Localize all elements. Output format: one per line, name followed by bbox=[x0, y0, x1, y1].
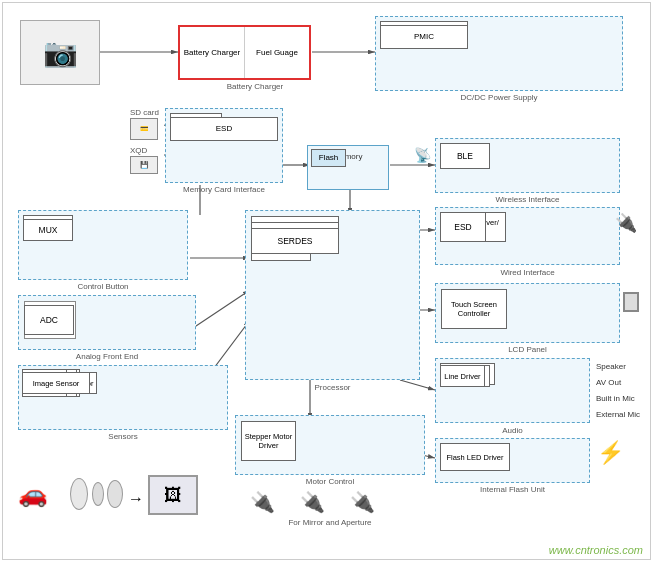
audio-group: Audio Codec Audio DAC Line Driver bbox=[435, 358, 590, 423]
car-icon: 🚗 bbox=[18, 480, 48, 508]
control-group: I/O Expander MCU Logic MUX bbox=[18, 210, 188, 280]
lens-icon3 bbox=[107, 480, 123, 508]
image-sensor-block: Image Sensor bbox=[22, 372, 90, 394]
battery-charger-block: Battery Charger bbox=[180, 27, 245, 78]
flash-group: Flash Charger Flash LED Driver bbox=[435, 438, 590, 483]
lens-icon1 bbox=[70, 478, 88, 510]
mirror-label: For Mirror and Aperture bbox=[235, 518, 425, 527]
processor-group: ASIC Logic Buffer Level Shifter Reset IC… bbox=[245, 210, 420, 380]
usb-icon: 🔌 bbox=[615, 212, 637, 234]
flash-block: Flash bbox=[311, 149, 346, 167]
av-out-label: AV Out bbox=[596, 378, 621, 387]
motor-symbol-1: 🔌 bbox=[250, 490, 275, 514]
line-driver-block: Line Driver bbox=[440, 365, 485, 387]
serdes-block: SERDES bbox=[251, 228, 339, 254]
fuel-gauge-block: Fuel Guage bbox=[245, 27, 309, 78]
lcd-group: LED Back Light Driver Touch Screen Contr… bbox=[435, 283, 620, 343]
esd-mem-block: ESD bbox=[170, 117, 278, 141]
lens-icon2 bbox=[92, 482, 104, 506]
control-label: Control Button bbox=[18, 282, 188, 291]
motor-label: Motor Control bbox=[235, 477, 425, 486]
pmic-block: PMIC bbox=[380, 25, 468, 49]
battery-charger-group: Battery Charger Fuel Guage bbox=[178, 25, 311, 80]
mux-block: MUX bbox=[23, 219, 73, 241]
flash-icon: ⚡ bbox=[597, 440, 624, 466]
audio-label: Audio bbox=[435, 426, 590, 435]
analog-label: Analog Front End bbox=[18, 352, 196, 361]
lcd-label: LCD Panel bbox=[435, 345, 620, 354]
external-mic-label: External Mic bbox=[596, 410, 640, 419]
mem-card-group: Level Shifter Load Switch ESD bbox=[165, 108, 283, 183]
mem-card-label: Memory Card Interface bbox=[165, 185, 283, 194]
photo-frame-icon: 🖼 bbox=[148, 475, 198, 515]
motor-symbol-3: 🔌 bbox=[350, 490, 375, 514]
watermark: www.cntronics.com bbox=[549, 544, 643, 556]
wireless-group: 📡 WiFi NFC BLE bbox=[435, 138, 620, 193]
builtin-mic-label: Built in Mic bbox=[596, 394, 635, 403]
touch-screen-block: Touch Screen Controller bbox=[441, 289, 507, 329]
speaker-label: Speaker bbox=[596, 362, 626, 371]
motor-symbol-2: 🔌 bbox=[300, 490, 325, 514]
memory-group: DDR Flash Memory bbox=[307, 145, 389, 190]
diagram: 📷 Battery Charger Fuel Guage Battery Cha… bbox=[0, 0, 653, 562]
analog-group: PrecisionAmps ▶ ADC bbox=[18, 295, 196, 350]
svg-line-9 bbox=[190, 290, 250, 330]
dcdc-label: DC/DC Power Supply bbox=[375, 93, 623, 102]
antenna-icon: 📡 bbox=[414, 147, 431, 163]
esd-wired-block: ESD bbox=[440, 212, 486, 242]
adc-block: ADC bbox=[24, 305, 74, 335]
xqd-icon: 💾 bbox=[130, 156, 158, 174]
dcdc-group: Buck Converter Boost Converter Buck-Boos… bbox=[375, 16, 623, 91]
wired-group: 🔌 USB Current Limit HDMI Redriver/ Retim… bbox=[435, 207, 620, 265]
xqd-label: XQD bbox=[130, 146, 147, 155]
sd-card-label: SD card bbox=[130, 108, 159, 117]
battery-charger-label: Battery Charger bbox=[195, 82, 315, 91]
flash-label: Internal Flash Unit bbox=[435, 485, 590, 494]
wired-label: Wired Interface bbox=[435, 268, 620, 277]
sd-card-icon: 💳 bbox=[130, 118, 158, 140]
camera-icon-area: 📷 bbox=[20, 20, 100, 85]
sensors-group: Ambient Light Sensor IR Sensor Logic Tem… bbox=[18, 365, 228, 430]
stepper-motor-block: Stepper Motor Driver bbox=[241, 421, 296, 461]
wireless-label: Wireless Interface bbox=[435, 195, 620, 204]
sensors-label: Sensors bbox=[18, 432, 228, 441]
motor-group: BDC Motor Driver BLDC Motor Driver Stepp… bbox=[235, 415, 425, 475]
flash-led-block: Flash LED Driver bbox=[440, 443, 510, 471]
processor-label: Processor bbox=[245, 383, 420, 392]
screen-icon bbox=[623, 292, 639, 312]
ble-block: BLE bbox=[440, 143, 490, 169]
arrow-right-lens: → bbox=[128, 490, 144, 508]
